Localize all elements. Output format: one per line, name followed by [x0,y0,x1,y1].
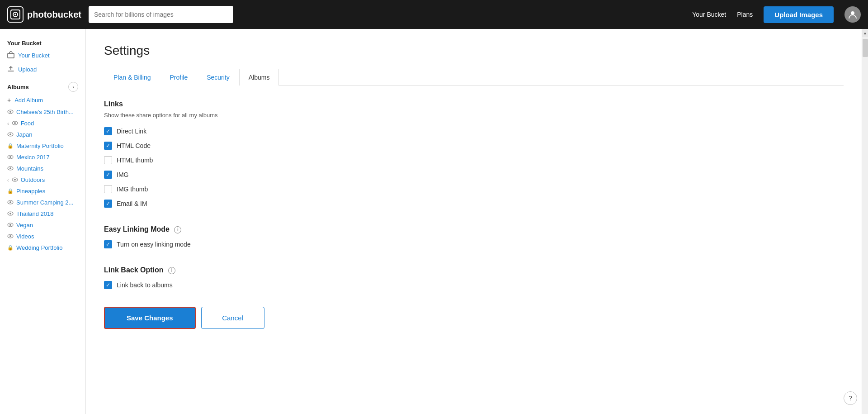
eye-icon [7,210,14,217]
link-back-options: ✓Link back to albums [104,278,844,292]
checkbox[interactable]: ✓ [104,142,112,150]
sidebar-add-album[interactable]: + Add Album [0,94,85,106]
checkbox[interactable]: ✓ [104,171,112,179]
sidebar-album-item[interactable]: Thailand 2018 [0,208,85,219]
link-back-section: Link Back Option i ✓Link back to albums [104,266,844,292]
main-layout: Your Bucket Your Bucket Upload Albums › … [0,29,868,414]
checkbox[interactable]: ✓ [104,127,112,135]
tab-albums[interactable]: Albums [239,69,279,86]
sidebar-album-item[interactable]: ‹ Outdoors [0,174,85,186]
sidebar-album-item[interactable]: ‹ Food [0,118,85,129]
scroll-up-arrow[interactable]: ▲ [862,29,868,37]
add-album-icon: + [7,96,11,104]
links-title: Links [104,100,844,108]
album-name: Mountains [16,165,43,172]
right-scrollbar: ▲ [862,29,868,414]
checkbox[interactable] [104,156,112,164]
chevron-icon: ‹ [7,177,9,183]
albums-section-title: Albums [7,84,29,90]
plans-link[interactable]: Plans [737,11,753,18]
logo-icon [7,6,24,23]
sidebar-album-item[interactable]: Mexico 2017 [0,152,85,163]
avatar[interactable] [844,6,861,23]
svg-rect-4 [8,53,14,58]
checkbox[interactable]: ✓ [104,200,112,208]
album-name: Summer Camping 2... [16,199,73,206]
svg-point-10 [9,133,11,135]
checkbox-label: IMG thumb [117,186,148,193]
eye-icon [7,154,14,161]
checkbox-label: Direct Link [117,128,146,135]
easy-linking-section: Easy Linking Mode i ✓Turn on easy linkin… [104,225,844,252]
upload-images-button[interactable]: Upload Images [764,6,834,23]
sidebar-album-item[interactable]: 🔒Pineapples [0,186,85,197]
your-bucket-link[interactable]: Your Bucket [692,11,726,18]
upload-icon [7,65,14,74]
checkbox[interactable] [104,185,112,193]
svg-point-16 [14,179,16,181]
lock-icon: 🔒 [7,188,14,194]
checkbox-label: Link back to albums [117,281,173,289]
svg-point-22 [9,224,11,226]
help-button[interactable]: ? [844,391,857,405]
eye-icon [7,109,14,115]
tab-profile[interactable]: Profile [160,69,198,86]
svg-point-2 [14,14,16,15]
links-subtitle: Show these share options for all my albu… [104,112,844,119]
cancel-button[interactable]: Cancel [201,307,264,329]
sidebar-album-item[interactable]: Mountains [0,163,85,174]
sidebar-album-item[interactable]: 🔒Wedding Portfolio [0,242,85,253]
logo[interactable]: photobucket [7,6,81,23]
your-bucket-section-title: Your Bucket [0,36,85,48]
svg-point-14 [9,167,11,169]
link-back-title: Link Back Option i [104,266,844,274]
checkbox[interactable]: ✓ [104,240,112,248]
sidebar-album-item[interactable]: Chelsea's 25th Birth... [0,106,85,118]
checkbox[interactable]: ✓ [104,281,112,289]
svg-point-12 [9,156,11,158]
sidebar-album-item[interactable]: Videos [0,231,85,242]
sidebar-item-your-bucket[interactable]: Your Bucket [0,48,85,62]
chevron-icon: ‹ [7,121,9,126]
checkbox-label: IMG [117,171,128,178]
svg-point-8 [14,122,16,124]
eye-icon [7,165,14,172]
checkbox-label: HTML Code [117,142,151,149]
lock-icon: 🔒 [7,245,14,251]
album-name: Japan [16,131,32,138]
checkbox-label: HTML thumb [117,157,153,164]
search-input[interactable] [89,6,233,23]
eye-icon [12,176,18,183]
easy-linking-options: ✓Turn on easy linking mode [104,237,844,252]
add-album-label: Add Album [14,97,43,104]
album-name: Vegan [16,222,33,228]
page-title: Settings [104,43,844,58]
eye-icon [7,131,14,138]
albums-header: Albums › [0,76,85,94]
link-back-info-icon[interactable]: i [168,267,175,274]
sidebar-album-item[interactable]: Vegan [0,219,85,231]
checkbox-row: ✓HTML Code [104,138,844,153]
album-name: Thailand 2018 [16,210,53,217]
albums-collapse-button[interactable]: › [68,82,78,92]
checkbox-row: ✓IMG [104,167,844,182]
sidebar-album-item[interactable]: 🔒Maternity Portfolio [0,140,85,152]
album-name: Wedding Portfolio [16,244,62,251]
sidebar-album-item[interactable]: Summer Camping 2... [0,197,85,208]
tab-security[interactable]: Security [197,69,239,86]
album-name: Videos [16,233,34,240]
eye-icon [7,233,14,240]
save-changes-button[interactable]: Save Changes [104,307,196,329]
easy-linking-info-icon[interactable]: i [174,226,181,233]
checkbox-row: ✓Link back to albums [104,278,844,292]
main-content: Settings Plan & BillingProfileSecurityAl… [86,29,862,414]
album-name: Outdoors [21,176,45,183]
scroll-thumb[interactable] [863,39,868,57]
svg-point-24 [9,235,11,237]
sidebar-your-bucket-label: Your Bucket [18,52,50,59]
sidebar-item-upload[interactable]: Upload [0,62,85,76]
sidebar-album-item[interactable]: Japan [0,129,85,140]
album-list: Chelsea's 25th Birth...‹ Food Japan🔒Mate… [0,106,85,253]
tab-plan-and-billing[interactable]: Plan & Billing [104,69,160,86]
bucket-icon [7,51,14,60]
